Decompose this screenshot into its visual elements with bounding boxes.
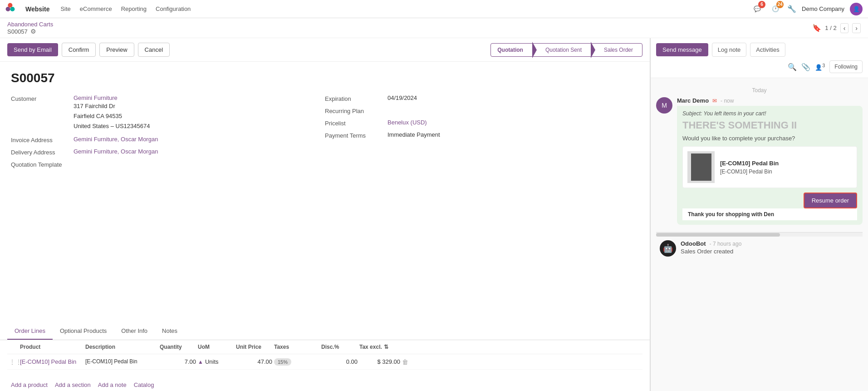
navbar-right: 💬 6 🕐 24 🔧 Demo Company 👤 — [751, 3, 863, 15]
paperclip-icon[interactable]: 📎 — [801, 63, 810, 71]
email-scrollbar-thumb — [656, 233, 780, 237]
record-id: S00057 — [7, 28, 28, 35]
invoice-label: Invoice Address — [11, 136, 70, 144]
tab-notes[interactable]: Notes — [155, 323, 185, 340]
customer-value: Gemini Furniture 317 Fairchild Dr Fairfi… — [74, 94, 150, 131]
product-image — [687, 151, 715, 183]
svg-point-1 — [10, 6, 15, 11]
invoice-value[interactable]: Gemini Furniture, Oscar Morgan — [74, 136, 158, 143]
odoobot-avatar: 🤖 — [660, 240, 676, 257]
followers-icon[interactable]: 👤3 — [815, 63, 825, 71]
cancel-button[interactable]: Cancel — [138, 43, 170, 57]
header-drag — [9, 344, 18, 350]
confirm-button[interactable]: Confirm — [62, 43, 96, 57]
status-step-quotation[interactable]: Quotation — [490, 43, 533, 57]
description-cell[interactable]: [E-COM10] Pedal Bin — [85, 358, 158, 366]
user-avatar[interactable]: 👤 — [850, 3, 863, 15]
discount-cell[interactable]: 0.00 — [321, 358, 358, 365]
taxes-cell[interactable]: 15% — [274, 358, 319, 365]
header-actions — [402, 344, 416, 350]
company-name: Demo Company — [802, 5, 844, 12]
unit-price-cell[interactable]: 47.00 — [236, 358, 272, 365]
page-count: 1 / 2 — [825, 25, 836, 31]
tabs: Order Lines Optional Products Other Info… — [0, 323, 650, 340]
menu-ecommerce[interactable]: eCommerce — [76, 4, 116, 14]
menu-site[interactable]: Site — [57, 4, 74, 14]
uom-cell[interactable]: ▲ Units — [198, 358, 234, 365]
catalog-link[interactable]: Catalog — [134, 381, 154, 388]
recurring-plan-row: Recurring Plan — [325, 107, 639, 114]
breadcrumb-sub: S00057 ⚙ — [7, 28, 53, 35]
next-record-button[interactable]: › — [852, 23, 861, 33]
payment-terms-value[interactable]: Immediate Payment — [387, 131, 440, 138]
expiration-value[interactable]: 04/19/2024 — [387, 94, 417, 101]
payment-terms-row: Payment Terms Immediate Payment — [325, 131, 639, 139]
activities-button[interactable]: Activities — [750, 43, 785, 57]
settings-gear-icon[interactable]: ⚙ — [30, 28, 36, 35]
chatter-icons: 🔍 📎 👤3 Following — [788, 60, 863, 73]
email-body: Would you like to complete your purchase… — [682, 135, 857, 142]
email-horizontal-scrollbar[interactable] — [656, 232, 863, 237]
send-message-button[interactable]: Send message — [656, 43, 708, 56]
activities-badge: 24 — [776, 1, 784, 8]
svg-point-2 — [8, 3, 12, 7]
quantity-cell[interactable]: 7.00 — [160, 358, 196, 365]
product-image-inner — [691, 153, 711, 181]
send-by-email-button[interactable]: Send by Email — [7, 43, 58, 56]
email-icon: ✉ — [712, 98, 717, 104]
following-button[interactable]: Following — [829, 60, 863, 73]
status-step-sent[interactable]: Quotation Sent — [532, 43, 591, 57]
add-note-link[interactable]: Add a note — [98, 381, 127, 388]
quotation-template-label: Quotation Template — [11, 160, 70, 168]
marc-demo-body: Marc Demo ✉ - now Subject: You left item… — [677, 97, 863, 225]
pricelist-label: Pricelist — [325, 119, 384, 127]
tab-other-info[interactable]: Other Info — [114, 323, 155, 340]
header-taxes: Taxes — [274, 344, 319, 350]
product-cell[interactable]: [E-COM10] Pedal Bin — [20, 358, 83, 365]
customer-label: Customer — [11, 94, 70, 102]
resume-btn-wrap: Resume order — [682, 193, 857, 208]
prev-record-button[interactable]: ‹ — [840, 23, 849, 33]
customer-name[interactable]: Gemini Furniture — [74, 94, 150, 101]
sort-icon[interactable]: ⇅ — [384, 344, 388, 350]
header-product: Product — [20, 344, 83, 350]
log-note-button[interactable]: Log note — [712, 43, 747, 57]
header-unit-price: Unit Price — [236, 344, 272, 350]
activities-icon-btn[interactable]: 🕐 24 — [769, 3, 782, 15]
form-area: S00057 Customer Gemini Furniture 317 Fai… — [0, 62, 650, 323]
status-step-order[interactable]: Sales Order — [591, 43, 642, 57]
pricelist-value[interactable]: Benelux (USD) — [387, 119, 427, 126]
add-product-link[interactable]: Add a product — [11, 381, 48, 388]
marc-demo-time: - now — [721, 98, 734, 104]
resume-order-button[interactable]: Resume order — [804, 193, 857, 208]
delivery-label: Delivery Address — [11, 148, 70, 156]
messages-icon-btn[interactable]: 💬 6 — [751, 3, 764, 15]
header-description: Description — [85, 344, 158, 350]
add-section-link[interactable]: Add a section — [55, 381, 91, 388]
bookmark-icon[interactable]: 🔖 — [812, 24, 821, 32]
wrench-icon[interactable]: 🔧 — [787, 5, 796, 13]
product-preview: [E-COM10] Pedal Bin [E-COM10] Pedal Bin — [682, 146, 857, 188]
menu-reporting[interactable]: Reporting — [118, 4, 150, 14]
pricelist-row: Pricelist Benelux (USD) — [325, 119, 639, 127]
expiration-row: Expiration 04/19/2024 — [325, 94, 639, 102]
add-links: Add a product Add a section Add a note C… — [0, 377, 650, 391]
order-lines-table: Product Description Quantity UoM Unit Pr… — [0, 340, 650, 377]
navbar-menu: Site eCommerce Reporting Configuration — [57, 4, 194, 14]
drag-handle-icon[interactable]: ⋮⋮ — [9, 358, 18, 366]
menu-configuration[interactable]: Configuration — [152, 4, 194, 14]
table-header: Product Description Quantity UoM Unit Pr… — [7, 340, 642, 354]
marc-demo-author: Marc Demo — [677, 97, 709, 104]
odoobot-message: 🤖 OdooBot - 7 hours ago Sales Order crea… — [656, 237, 863, 260]
delivery-value[interactable]: Gemini Furniture, Oscar Morgan — [74, 148, 158, 155]
breadcrumb-parent-link[interactable]: Abandoned Carts — [7, 21, 53, 28]
odoo-logo — [5, 3, 18, 15]
delete-icon[interactable]: 🗑 — [402, 358, 416, 366]
tab-optional-products[interactable]: Optional Products — [53, 323, 114, 340]
tab-order-lines[interactable]: Order Lines — [7, 323, 53, 340]
marc-demo-message: M Marc Demo ✉ - now Subject: You left it… — [656, 97, 863, 225]
search-chatter-icon[interactable]: 🔍 — [788, 63, 797, 71]
preview-button[interactable]: Preview — [99, 43, 134, 57]
odoobot-body: OdooBot - 7 hours ago Sales Order create… — [681, 240, 859, 257]
breadcrumb-right: 🔖 1 / 2 ‹ › — [812, 23, 861, 33]
